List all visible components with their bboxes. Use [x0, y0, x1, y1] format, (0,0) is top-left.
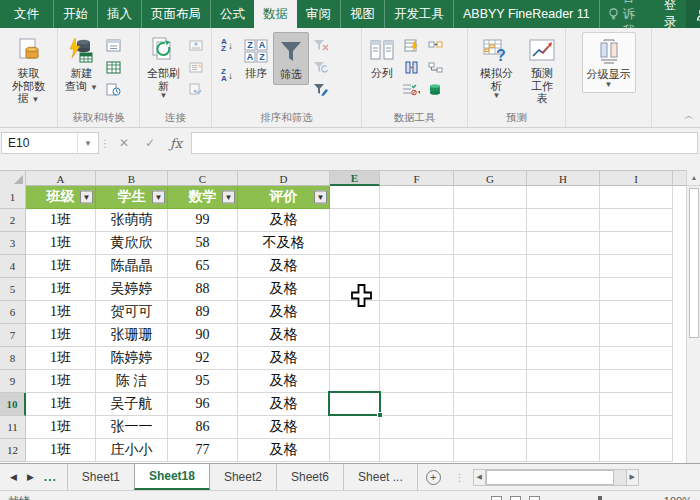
empty-cell[interactable] [330, 186, 380, 209]
row-header-2[interactable]: 2 [0, 209, 26, 232]
table-cell[interactable]: 90 [168, 324, 238, 347]
from-table-button[interactable] [104, 58, 124, 76]
consolidate-button[interactable] [425, 36, 445, 54]
advanced-filter-button[interactable] [311, 80, 331, 98]
row-header-10[interactable]: 10 [0, 393, 26, 416]
filter-dropdown-icon[interactable]: ▼ [152, 191, 165, 204]
table-cell[interactable]: 及格 [238, 301, 330, 324]
empty-cell[interactable] [600, 393, 673, 416]
table-cell[interactable]: 陈 洁 [96, 370, 168, 393]
empty-cell[interactable] [600, 324, 673, 347]
filter-button[interactable]: 筛选 [273, 32, 309, 85]
empty-cell[interactable] [527, 301, 600, 324]
table-cell[interactable]: 77 [168, 439, 238, 462]
table-cell[interactable]: 及格 [238, 278, 330, 301]
empty-cell[interactable] [380, 301, 454, 324]
menu-tab-文件[interactable]: 文件 [0, 0, 53, 28]
empty-cell[interactable] [380, 278, 454, 301]
prev-sheet-icon[interactable]: ◀ [10, 472, 17, 482]
table-cell[interactable]: 1班 [26, 255, 96, 278]
refresh-all-button[interactable]: 全部刷新 ▼ [143, 32, 184, 103]
col-header-B[interactable]: B [96, 171, 168, 186]
empty-cell[interactable] [380, 255, 454, 278]
table-cell[interactable]: 89 [168, 301, 238, 324]
sheet-tab-Sheet1[interactable]: Sheet1 [68, 464, 135, 490]
share-button[interactable]: 共享 [686, 0, 700, 28]
remove-duplicates-button[interactable] [401, 58, 421, 76]
table-cell[interactable]: 1班 [26, 393, 96, 416]
empty-cell[interactable] [454, 439, 527, 462]
horizontal-scrollbar[interactable]: ◀ ▶ [473, 464, 639, 490]
empty-cell[interactable] [600, 255, 673, 278]
table-cell[interactable]: 1班 [26, 209, 96, 232]
menu-tab-开始[interactable]: 开始 [53, 0, 97, 28]
empty-cell[interactable] [380, 370, 454, 393]
empty-cell[interactable] [527, 255, 600, 278]
row-header-5[interactable]: 5 [0, 278, 26, 301]
col-header-C[interactable]: C [168, 171, 238, 186]
table-cell[interactable]: 及格 [238, 347, 330, 370]
row-header-12[interactable]: 12 [0, 439, 26, 462]
enter-icon[interactable]: ✓ [137, 132, 163, 154]
more-sheets-indicator[interactable]: ... [44, 470, 57, 484]
col-header-E[interactable]: E [330, 171, 380, 186]
table-cell[interactable]: 86 [168, 416, 238, 439]
menu-tab-插入[interactable]: 插入 [97, 0, 141, 28]
menu-tab-页面布局[interactable]: 页面布局 [141, 0, 210, 28]
sort-za-button[interactable]: ZA↓ [217, 66, 237, 84]
table-cell[interactable]: 及格 [238, 393, 330, 416]
table-cell[interactable]: 陈婷婷 [96, 347, 168, 370]
table-cell[interactable]: 58 [168, 232, 238, 255]
table-header-cell[interactable]: 数学▼ [168, 186, 238, 209]
next-sheet-icon[interactable]: ▶ [27, 472, 34, 482]
fill-handle[interactable] [377, 412, 383, 418]
empty-cell[interactable] [454, 416, 527, 439]
table-cell[interactable]: 及格 [238, 416, 330, 439]
empty-cell[interactable] [330, 255, 380, 278]
empty-cell[interactable] [600, 186, 673, 209]
table-cell[interactable]: 1班 [26, 347, 96, 370]
connections-button[interactable] [186, 36, 206, 54]
zoom-slider-knob[interactable] [598, 496, 602, 500]
sheet-tab-Sheet6[interactable]: Sheet6 [277, 464, 344, 490]
row-header-3[interactable]: 3 [0, 232, 26, 255]
empty-cell[interactable] [330, 324, 380, 347]
sheet-tab-Sheet2[interactable]: Sheet2 [210, 464, 277, 490]
table-cell[interactable]: 吴婷婷 [96, 278, 168, 301]
manage-data-model-button[interactable] [425, 80, 445, 98]
empty-cell[interactable] [527, 370, 600, 393]
col-header-D[interactable]: D [238, 171, 330, 186]
name-box[interactable]: E10 ▼ [1, 132, 99, 154]
table-cell[interactable]: 1班 [26, 301, 96, 324]
clear-filter-button[interactable] [311, 36, 331, 54]
table-cell[interactable]: 1班 [26, 324, 96, 347]
empty-cell[interactable] [600, 209, 673, 232]
table-cell[interactable]: 黄欣欣 [96, 232, 168, 255]
sheet-tab-Sheet[interactable]: Sheet ... [344, 464, 418, 490]
table-cell[interactable]: 张珊珊 [96, 324, 168, 347]
sort-button[interactable]: ZAAZ 排序 [239, 32, 273, 83]
menu-tab-数据[interactable]: 数据 [254, 0, 297, 28]
empty-cell[interactable] [527, 416, 600, 439]
sheet-tab-Sheet18[interactable]: Sheet18 [134, 464, 210, 490]
empty-cell[interactable] [527, 278, 600, 301]
empty-cell[interactable] [380, 347, 454, 370]
empty-cell[interactable] [527, 324, 600, 347]
row-header-6[interactable]: 6 [0, 301, 26, 324]
name-box-caret-icon[interactable]: ▼ [77, 133, 98, 153]
empty-cell[interactable] [600, 232, 673, 255]
empty-cell[interactable] [380, 186, 454, 209]
scroll-left-icon[interactable]: ◀ [473, 469, 486, 486]
empty-cell[interactable] [380, 393, 454, 416]
page-break-view-icon[interactable] [529, 496, 540, 500]
table-cell[interactable]: 1班 [26, 439, 96, 462]
empty-cell[interactable] [380, 324, 454, 347]
menu-tab-公式[interactable]: 公式 [210, 0, 254, 28]
empty-cell[interactable] [380, 232, 454, 255]
col-header-A[interactable]: A [26, 171, 96, 186]
flash-fill-button[interactable] [401, 36, 421, 54]
col-header-F[interactable]: F [380, 171, 454, 186]
table-header-cell[interactable]: 评价▼ [238, 186, 330, 209]
empty-cell[interactable] [454, 232, 527, 255]
data-validation-button[interactable]: ▾ [401, 80, 421, 98]
